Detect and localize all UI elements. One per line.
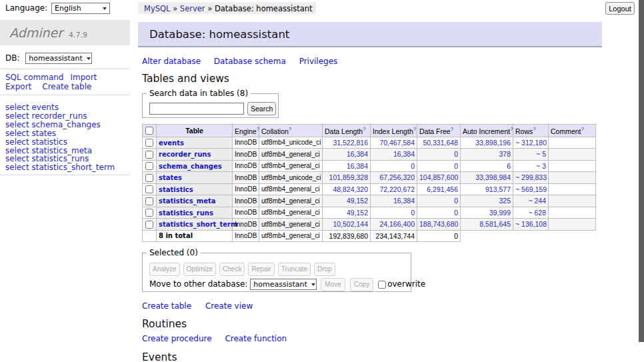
data-length-link[interactable]: 16,384 [347,150,368,158]
rows-link[interactable]: ~ 244 [528,197,546,205]
help-link[interactable]: ? [257,126,259,132]
drop-button[interactable]: Drop [314,263,335,276]
sidebar-import-link[interactable]: Import [70,73,97,82]
row-checkbox[interactable] [145,185,153,193]
index-length-link[interactable]: 70,467,584 [379,139,415,147]
table-link-schema-changes[interactable]: schema_changes [159,163,222,170]
data-length-link[interactable]: 16,384 [347,162,368,170]
index-length-link[interactable]: 72,220,672 [379,185,415,193]
auto-increment-link[interactable]: 8,581,645 [479,220,511,228]
auto-increment-link[interactable]: 39,999 [489,209,511,217]
scrollbar[interactable] [639,0,644,362]
db-select[interactable]: homeassistant [25,53,92,64]
row-checkbox[interactable] [145,197,153,205]
select-all-checkbox[interactable] [145,127,153,135]
scrollbar-thumb[interactable] [639,0,644,342]
index-length-link[interactable]: 24,166,400 [379,220,415,228]
auto-increment-link[interactable]: 33,898,196 [475,139,511,147]
sidebar-create-table-link[interactable]: Create table [42,82,91,91]
help-link[interactable]: ? [581,126,584,132]
data-length-link[interactable]: 49,152 [347,197,368,205]
optimize-button[interactable]: Optimize [183,263,216,276]
truncate-button[interactable]: Truncate [278,263,311,276]
index-length-link[interactable]: 16,384 [393,197,415,205]
help-link[interactable]: ? [363,126,365,132]
sidebar-export-link[interactable]: Export [5,82,31,91]
rows-link[interactable]: ~ 3 [536,162,546,170]
language-select[interactable]: English [51,3,110,14]
table-link-statistics[interactable]: statistics [159,186,193,193]
data-length-link[interactable]: 31,522,816 [333,139,368,147]
sidebar-item-select-recorder-runs[interactable]: select recorder_runs [5,112,115,121]
table-link-statistics-runs[interactable]: statistics_runs [159,209,213,217]
table-link-states[interactable]: states [159,174,182,181]
data-free-link[interactable]: 50,331,648 [423,139,458,147]
data-length-link[interactable]: 49,152 [347,209,368,217]
data-length-link[interactable]: 10,502,144 [333,220,368,228]
auto-increment-link[interactable]: 6 [507,162,511,170]
row-checkbox[interactable] [145,221,153,229]
row-checkbox[interactable] [145,209,153,217]
breadcrumb-server-link[interactable]: Server [180,4,205,13]
check-button[interactable]: Check [219,263,245,276]
create-function-link[interactable]: Create function [225,334,287,343]
logout-button[interactable]: Logout [605,2,635,15]
data-free-link[interactable]: 0 [454,197,458,205]
table-link-events[interactable]: events [159,139,184,147]
sidebar-item-select-states[interactable]: select states [5,129,115,138]
data-free-link[interactable]: 6,291,456 [427,185,458,193]
index-length-link[interactable]: 0 [411,209,415,217]
sidebar-item-select-schema-changes[interactable]: select schema_changes [5,121,115,129]
sidebar-item-select-statistics[interactable]: select statistics [5,138,115,147]
table-link-statistics-short-term[interactable]: statistics_short_term [159,221,237,228]
help-link[interactable]: ? [533,126,535,132]
rows-link[interactable]: ~ 299,833 [515,173,547,181]
row-checkbox[interactable] [145,174,153,182]
move-db-select[interactable]: homeassistant [250,279,317,290]
breadcrumb-mysql-link[interactable]: MySQL [144,4,171,13]
auto-increment-link[interactable]: 378 [499,150,511,158]
search-input[interactable] [149,103,244,115]
row-checkbox[interactable] [145,139,153,147]
alter-database-link[interactable]: Alter database [142,57,201,66]
analyze-button[interactable]: Analyze [149,263,180,276]
help-link[interactable]: ? [413,126,416,132]
table-link-statistics-meta[interactable]: statistics_meta [159,197,215,205]
index-length-link[interactable]: 67,256,320 [379,173,415,181]
rows-link[interactable]: ~ 569,159 [515,185,547,193]
rows-link[interactable]: ~ 628 [528,209,546,217]
rows-link[interactable]: ~ 312,180 [515,139,547,147]
data-free-link[interactable]: 188,743,680 [419,220,458,228]
data-length-link[interactable]: 101,859,328 [329,173,368,181]
data-free-link[interactable]: 0 [454,150,458,158]
copy-button[interactable]: Copy [350,278,373,291]
row-checkbox[interactable] [145,162,153,170]
search-button[interactable]: Search [247,102,276,115]
sidebar-sql-command-link[interactable]: SQL command [5,73,63,82]
privileges-link[interactable]: Privileges [299,57,338,66]
sidebar-item-select-statistics-short-term[interactable]: select statistics_short_term [5,163,115,172]
auto-increment-link[interactable]: 913,577 [485,185,511,193]
table-link-recorder-runs[interactable]: recorder_runs [159,151,211,158]
data-length-link[interactable]: 48,824,320 [333,185,368,193]
data-free-link[interactable]: 104,857,600 [419,173,458,181]
help-link[interactable]: ? [510,126,513,132]
row-checkbox[interactable] [145,151,153,159]
help-link[interactable]: ? [289,126,291,132]
repair-button[interactable]: Repair [248,263,274,276]
index-length-link[interactable]: 0 [411,162,415,170]
rows-link[interactable]: ~ 136,108 [515,220,547,228]
help-link[interactable]: ? [451,126,453,132]
create-table-link[interactable]: Create table [142,301,191,311]
auto-increment-link[interactable]: 33,398,984 [475,173,511,181]
data-free-link[interactable]: 0 [454,209,458,217]
data-free-link[interactable]: 0 [454,162,458,170]
sidebar-item-select-events[interactable]: select events [5,103,115,112]
overwrite-checkbox[interactable] [378,281,386,289]
move-button[interactable]: Move [321,278,345,291]
rows-link[interactable]: ~ 5 [536,150,546,158]
index-length-link[interactable]: 16,384 [393,150,415,158]
create-procedure-link[interactable]: Create procedure [142,334,212,343]
create-view-link[interactable]: Create view [205,301,253,311]
auto-increment-link[interactable]: 325 [499,197,511,205]
